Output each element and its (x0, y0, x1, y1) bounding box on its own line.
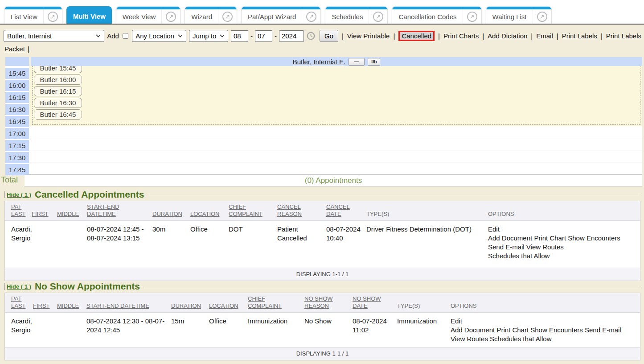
col-duration[interactable]: DURATION (152, 201, 190, 221)
col-location[interactable]: LOCATION (209, 293, 248, 313)
email-link[interactable]: Email (536, 32, 553, 40)
fb-button[interactable]: f/b (368, 58, 380, 66)
schedule-row-1715 (29, 138, 642, 150)
tab-label: Waiting List (486, 7, 533, 24)
tab-bar: List View ↗ Multi View Week View ↗ Wizar… (0, 0, 644, 25)
date-day-input[interactable] (255, 30, 272, 42)
options-links[interactable]: Send E-mail View Routes (488, 243, 636, 252)
view-printable-link[interactable]: View Printable (347, 32, 390, 40)
col-chief-complaint[interactable]: CHIEFCOMPLAINT (248, 293, 304, 313)
open-new-window-icon[interactable]: ↗ (222, 12, 233, 22)
tab-multi-view[interactable]: Multi View (66, 6, 112, 24)
total-label: Total (1, 175, 18, 185)
table-row: Acardi, Sergio 08-07-2024 12:30 - 08-07-… (5, 313, 640, 346)
col-cancel-date[interactable]: CANCELDATE (326, 201, 366, 221)
table-header-row: PATLAST FIRST MIDDLE START-END DATETIME … (5, 293, 640, 313)
col-noshow-date[interactable]: NO SHOWDATE (353, 293, 397, 313)
tab-label: Wizard (185, 7, 218, 24)
add-checkbox[interactable] (123, 33, 128, 39)
total-row: (0) Appointments (25, 174, 642, 186)
tab-pat-appt-wizard[interactable]: Pat/Appt Wizard ↗ (241, 6, 321, 24)
print-labels-link[interactable]: Print Labels (562, 32, 597, 40)
open-new-window-icon[interactable]: ↗ (537, 12, 547, 22)
toolbar: Butler, Internist Add Any Location Jump … (0, 25, 644, 57)
options-links[interactable]: View Routes Schedules that Allow (451, 335, 636, 343)
cancelled-hide-link[interactable]: Hide ( 1 ) (4, 191, 31, 198)
col-first[interactable]: FIRST (33, 293, 57, 313)
cell-pat-last: Acardi, Sergio (5, 313, 33, 346)
tab-label: Schedules (325, 7, 369, 24)
jump-to-select[interactable]: Jump to (189, 30, 228, 42)
schedule-row-1745 (29, 162, 642, 174)
schedule-dashed-border (32, 66, 640, 125)
time-label: 16:15 (5, 92, 29, 103)
total-appointments: (0) Appointments (305, 176, 362, 185)
open-new-window-icon[interactable]: ↗ (48, 12, 58, 22)
open-new-window-icon[interactable]: ↗ (166, 12, 176, 22)
provider-column-header: Butler, Internist E. — f/b (31, 57, 642, 66)
col-duration[interactable]: DURATION (171, 293, 209, 313)
col-location[interactable]: LOCATION (190, 201, 229, 221)
col-cancel-reason[interactable]: CANCELREASON (277, 201, 326, 221)
cell-types: Immunization (397, 313, 451, 346)
open-new-window-icon[interactable]: ↗ (306, 12, 316, 22)
open-new-window-icon[interactable]: ↗ (467, 12, 477, 22)
cell-middle (57, 221, 87, 263)
col-noshow-reason[interactable]: NO SHOWREASON (304, 293, 353, 313)
cell-first (32, 221, 57, 263)
displaying-count: DISPLAYING 1-1 / 1 (5, 268, 640, 281)
slot-button-1630[interactable]: Butler 16:30 (34, 98, 82, 108)
slot-button-1645[interactable]: Butler 16:45 (34, 109, 82, 120)
tab-list-view[interactable]: List View ↗ (4, 6, 62, 24)
options-links[interactable]: Schedules that Allow (488, 252, 636, 261)
col-pat-last[interactable]: PATLAST (5, 293, 33, 313)
chevron-down-icon (220, 34, 225, 37)
cell-cancel-reason: Patient Cancelled (277, 221, 326, 263)
cancelled-table: PATLAST FIRST MIDDLE START-ENDDATETIME D… (4, 201, 640, 281)
col-start-end[interactable]: START-END DATETIME (86, 293, 171, 313)
add-dictation-link[interactable]: Add Dictation (488, 32, 527, 40)
edit-link[interactable]: Edit (488, 225, 636, 234)
slot-button-1615[interactable]: Butler 16:15 (34, 86, 82, 96)
location-select[interactable]: Any Location (132, 30, 186, 42)
collapse-column-button[interactable]: — (349, 58, 365, 66)
time-label: 17:30 (5, 152, 29, 163)
options-links[interactable]: Add Document Print Chart Show Encounters… (451, 326, 636, 335)
cell-cancel-date: 08-07-2024 10:40 (326, 221, 366, 263)
date-month-input[interactable] (231, 30, 248, 42)
schedule-row-1700 (29, 126, 642, 138)
tab-week-view[interactable]: Week View ↗ (116, 6, 180, 24)
print-labels-packet-link[interactable]: Packet (4, 45, 25, 53)
time-column-header (5, 57, 29, 66)
col-start-end[interactable]: START-ENDDATETIME (87, 201, 152, 221)
print-charts-link[interactable]: Print Charts (443, 32, 479, 40)
slot-button-1545[interactable]: Butler 15:45 (34, 66, 82, 73)
edit-link[interactable]: Edit (451, 317, 636, 326)
time-label: 17:15 (5, 140, 29, 151)
options-links[interactable]: Add Document Print Chart Show Encounters (488, 234, 636, 243)
cell-noshow-date: 08-07-2024 11:02 (353, 313, 397, 346)
col-middle[interactable]: MIDDLE (57, 201, 87, 221)
print-labels-packet-link[interactable]: Print Labels (606, 32, 641, 40)
time-label: 16:30 (5, 104, 29, 115)
noshow-hide-link[interactable]: Hide ( 1 ) (4, 283, 31, 290)
date-year-input[interactable] (279, 30, 304, 42)
go-button[interactable]: Go (320, 30, 338, 42)
cancelled-link[interactable]: Cancelled (398, 31, 435, 41)
tab-schedules[interactable]: Schedules ↗ (325, 6, 388, 24)
slot-button-1600[interactable]: Butler 16:00 (34, 74, 82, 85)
open-new-window-icon[interactable]: ↗ (373, 12, 383, 22)
provider-link[interactable]: Butler, Internist E. (293, 58, 345, 66)
col-middle[interactable]: MIDDLE (57, 293, 86, 313)
tab-wizard[interactable]: Wizard ↗ (185, 6, 237, 24)
tab-cancellation-codes[interactable]: Cancellation Codes ↗ (392, 6, 481, 24)
col-chief-complaint[interactable]: CHIEFCOMPLAINT (229, 201, 277, 221)
tab-waiting-list[interactable]: Waiting List ↗ (486, 6, 552, 24)
col-pat-last[interactable]: PATLAST (5, 201, 32, 221)
col-first[interactable]: FIRST (32, 201, 57, 221)
time-label: 17:00 (5, 128, 29, 139)
clock-icon[interactable] (307, 32, 315, 40)
tab-label: List View (4, 7, 43, 24)
provider-select[interactable]: Butler, Internist (4, 30, 104, 42)
cell-first (33, 313, 57, 346)
